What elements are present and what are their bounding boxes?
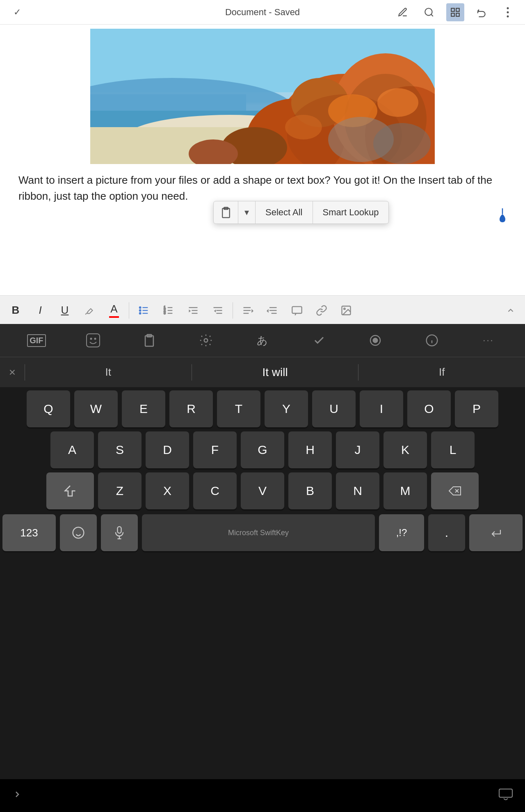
svg-point-6	[507, 11, 509, 13]
italic-button[interactable]: I	[29, 299, 52, 322]
shift-button[interactable]	[46, 472, 94, 509]
text-color-button[interactable]: A	[103, 299, 126, 322]
bold-button[interactable]: B	[4, 299, 27, 322]
svg-point-0	[425, 8, 432, 15]
keys-area: Q W E R T Y U I O P A S D F G H J K L	[0, 387, 525, 551]
clipboard-button[interactable]	[136, 327, 162, 354]
autocomplete-word-3[interactable]: If	[358, 366, 525, 379]
key-row-1: Q W E R T Y U I O P	[2, 390, 523, 427]
key-O[interactable]: O	[407, 390, 451, 427]
comment-button[interactable]	[285, 299, 308, 322]
check-button[interactable]	[306, 327, 332, 354]
key-D[interactable]: D	[146, 431, 189, 468]
paste-button[interactable]	[214, 201, 238, 224]
svg-line-34	[85, 312, 87, 314]
svg-point-25	[377, 88, 418, 117]
key-N[interactable]: N	[336, 472, 379, 509]
smart-lookup-button[interactable]: Smart Lookup	[313, 201, 389, 224]
sticker-button[interactable]	[80, 327, 106, 354]
more-button[interactable]	[499, 3, 517, 21]
key-K[interactable]: K	[383, 431, 427, 468]
svg-rect-3	[451, 13, 454, 16]
svg-point-26	[285, 115, 322, 139]
key-Q[interactable]: Q	[27, 390, 70, 427]
bottom-navigation-bar	[0, 779, 525, 812]
key-A[interactable]: A	[50, 431, 94, 468]
pen-icon-button[interactable]	[394, 3, 412, 21]
svg-rect-1	[451, 8, 454, 11]
key-V[interactable]: V	[241, 472, 284, 509]
keyboard-hide-button[interactable]	[499, 789, 513, 803]
svg-rect-4	[456, 13, 459, 16]
svg-point-64	[90, 338, 92, 340]
key-I[interactable]: I	[360, 390, 403, 427]
svg-point-7	[507, 15, 509, 17]
context-menu: ▾ Select All Smart Lookup	[213, 201, 389, 224]
back-chevron-button[interactable]	[12, 789, 22, 802]
backspace-button[interactable]	[431, 472, 479, 509]
key-L[interactable]: L	[431, 431, 475, 468]
para-ltr-button[interactable]	[261, 299, 284, 322]
autocomplete-word-1[interactable]: It	[25, 366, 192, 379]
autocomplete-word-2[interactable]: It will	[192, 366, 358, 379]
document-title: Document - Saved	[225, 7, 300, 18]
key-P[interactable]: P	[455, 390, 498, 427]
translate-button[interactable]: あ	[249, 327, 276, 354]
enter-key[interactable]	[469, 514, 523, 551]
key-Z[interactable]: Z	[98, 472, 142, 509]
keyboard-toolbar: GIF あ	[0, 324, 525, 357]
checkmark-button[interactable]: ✓	[8, 3, 26, 21]
svg-point-39	[139, 310, 141, 311]
svg-rect-79	[117, 527, 121, 533]
keyboard-settings-button[interactable]	[193, 327, 219, 354]
undo-button[interactable]	[472, 3, 491, 21]
search-button[interactable]	[420, 3, 438, 21]
key-Y[interactable]: Y	[265, 390, 308, 427]
more-tools-button[interactable]: ···	[475, 327, 502, 354]
key-U[interactable]: U	[312, 390, 356, 427]
autocomplete-close-button[interactable]: ×	[0, 357, 25, 388]
svg-point-5	[507, 7, 509, 9]
gif-button[interactable]: GIF	[23, 327, 50, 354]
top-bar: ✓ Document - Saved	[0, 0, 525, 25]
bullet-list-button[interactable]	[132, 299, 155, 322]
numbered-list-button[interactable]: 1 2 3	[157, 299, 180, 322]
key-B[interactable]: B	[288, 472, 332, 509]
link-button[interactable]	[310, 299, 333, 322]
beach-image[interactable]	[90, 29, 435, 164]
select-all-button[interactable]: Select All	[256, 201, 313, 224]
underline-button[interactable]: U	[53, 299, 76, 322]
scroll-up-button[interactable]	[500, 299, 521, 322]
emoji-button[interactable]	[60, 514, 97, 551]
info-button[interactable]	[419, 327, 445, 354]
svg-rect-82	[499, 789, 512, 797]
key-T[interactable]: T	[217, 390, 260, 427]
indent-left-button[interactable]	[206, 299, 229, 322]
para-rtl-button[interactable]	[236, 299, 259, 322]
theme-button[interactable]	[362, 327, 388, 354]
toolbar-separator-2	[233, 302, 233, 319]
key-E[interactable]: E	[122, 390, 165, 427]
svg-point-70	[373, 338, 378, 343]
key-J[interactable]: J	[336, 431, 379, 468]
key-F[interactable]: F	[193, 431, 237, 468]
key-W[interactable]: W	[74, 390, 118, 427]
key-H[interactable]: H	[288, 431, 332, 468]
key-M[interactable]: M	[383, 472, 427, 509]
key-G[interactable]: G	[241, 431, 284, 468]
key-C[interactable]: C	[193, 472, 237, 509]
key-R[interactable]: R	[169, 390, 213, 427]
autocomplete-bar: × It It will If	[0, 357, 525, 387]
punct-key[interactable]: ,!?	[379, 514, 424, 551]
space-key[interactable]: Microsoft SwiftKey	[142, 514, 375, 551]
period-key[interactable]: .	[428, 514, 465, 551]
image-button[interactable]	[335, 299, 358, 322]
layout-button[interactable]	[446, 3, 464, 21]
highlight-button[interactable]	[78, 299, 101, 322]
key-S[interactable]: S	[98, 431, 142, 468]
indent-right-button[interactable]	[182, 299, 205, 322]
key-123[interactable]: 123	[2, 514, 56, 551]
key-X[interactable]: X	[146, 472, 189, 509]
paste-dropdown-button[interactable]: ▾	[238, 201, 256, 224]
mic-button[interactable]	[101, 514, 138, 551]
